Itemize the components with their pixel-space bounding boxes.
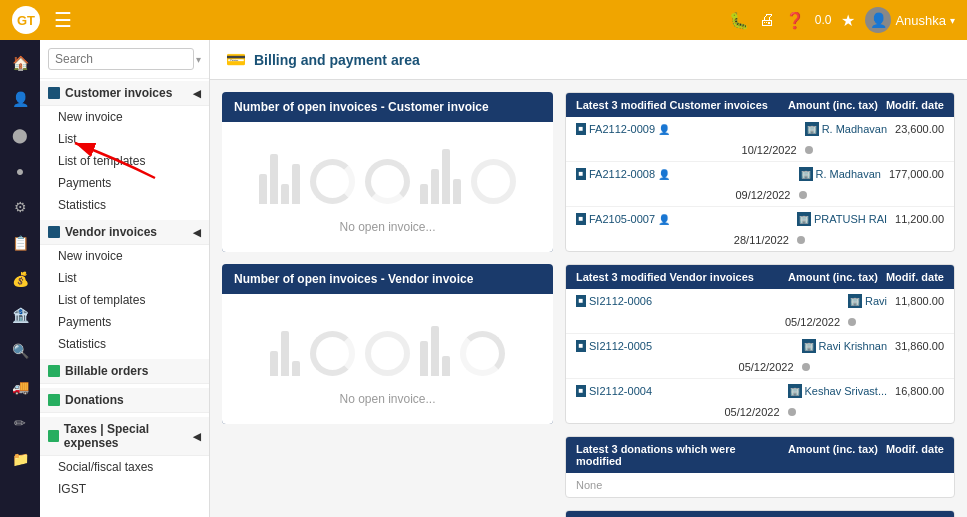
person-icon-1: 🏢 [799, 167, 813, 181]
star-icon[interactable]: ★ [841, 11, 855, 30]
rail-home-icon[interactable]: 🏠 [5, 48, 35, 78]
menu-toggle-icon[interactable]: ☰ [54, 8, 72, 32]
customer-invoice-link-0[interactable]: ■ FA2112-0009 👤 [576, 123, 797, 135]
rail-truck-icon[interactable]: 🚚 [5, 372, 35, 402]
donut-chart-1 [310, 159, 355, 204]
v-person-name-1: Ravi Krishnan [819, 340, 887, 352]
v-person-1: 🏢 Ravi Krishnan [802, 339, 887, 353]
main-content: 💳 Billing and payment area Number of ope… [210, 40, 967, 517]
sidebar-item-list-customer[interactable]: List [40, 128, 209, 150]
sidebar-section-header-billable[interactable]: Billable orders [40, 359, 209, 384]
rail-folder-icon[interactable]: 📁 [5, 444, 35, 474]
sidebar-section-header-vendor[interactable]: Vendor invoices ◀ [40, 220, 209, 245]
billable-orders-label: Billable orders [65, 364, 148, 378]
rail-edit-icon[interactable]: ✏ [5, 408, 35, 438]
rail-dot-icon[interactable]: ● [5, 156, 35, 186]
status-dot-1 [799, 191, 807, 199]
search-dropdown-icon[interactable]: ▾ [196, 54, 201, 65]
v-amount-0: 11,800.00 [895, 295, 944, 307]
bar-8 [453, 179, 461, 204]
v-bar-chart-1 [270, 316, 300, 376]
v-doc-icon-1: ■ [576, 340, 586, 352]
sidebar-item-payments-customer[interactable]: Payments [40, 172, 209, 194]
vendor-invoice-link-2[interactable]: ■ SI2112-0004 [576, 385, 780, 397]
main-header: 💳 Billing and payment area [210, 40, 967, 80]
sidebar-section-header-donations[interactable]: Donations [40, 388, 209, 413]
rail-billing-icon[interactable]: 💰 [5, 264, 35, 294]
sidebar-item-new-invoice-customer[interactable]: New invoice [40, 106, 209, 128]
sidebar-item-statistics-customer[interactable]: Statistics [40, 194, 209, 216]
user-badge-2: 👤 [658, 214, 670, 225]
customer-panel-title: Number of open invoices - Customer invoi… [222, 92, 553, 122]
customer-row-1: ■ FA2112-0008 👤 🏢 R. Madhavan 177,000.00… [566, 162, 954, 207]
date-1: 09/12/2022 [576, 189, 791, 201]
bar-4 [292, 164, 300, 204]
topbar-icons: 🐛 🖨 ❓ 0.0 ★ [729, 11, 856, 30]
latest-vendor-header: Latest 3 modified Vendor invoices Amount… [566, 265, 954, 289]
vendor-invoice-link-0[interactable]: ■ SI2112-0006 [576, 295, 840, 307]
latest-vendor-col3: Modif. date [886, 271, 944, 283]
search-input[interactable] [48, 48, 194, 70]
donations-col3: Modif. date [886, 443, 944, 467]
customer-invoice-link-2[interactable]: ■ FA2105-0007 👤 [576, 213, 789, 225]
invoice-num-2: FA2105-0007 [589, 213, 655, 225]
sidebar-item-list-vendor[interactable]: List [40, 267, 209, 289]
rail-user-icon[interactable]: 👤 [5, 84, 35, 114]
vendor-invoice-link-1[interactable]: ■ SI2112-0005 [576, 340, 794, 352]
latest-customer-title: Latest 3 modified Customer invoices [576, 99, 780, 111]
rail-bank-icon[interactable]: 🏦 [5, 300, 35, 330]
sidebar-item-payments-vendor[interactable]: Payments [40, 311, 209, 333]
sidebar-item-templates-customer[interactable]: List of templates [40, 150, 209, 172]
customer-row-0: ■ FA2112-0009 👤 🏢 R. Madhavan 23,600.00 … [566, 117, 954, 162]
rail-settings-icon[interactable]: ⚙ [5, 192, 35, 222]
bug-icon[interactable]: 🐛 [729, 11, 749, 30]
bar-7 [442, 149, 450, 204]
donations-section-icon [48, 394, 60, 406]
rail-list-icon[interactable]: 📋 [5, 228, 35, 258]
sidebar-section-header-customer[interactable]: Customer invoices ◀ [40, 81, 209, 106]
v-invoice-num-1: SI2112-0005 [589, 340, 652, 352]
sidebar-section-header-taxes[interactable]: Taxes | Special expenses ◀ [40, 417, 209, 456]
latest-vendor-panel: Latest 3 modified Vendor invoices Amount… [565, 264, 955, 424]
amount-2: 11,200.00 [895, 213, 944, 225]
v-bar-3 [292, 361, 300, 376]
doc-icon-1: ■ [576, 168, 586, 180]
sidebar-section-vendor-invoices: Vendor invoices ◀ New invoice List List … [40, 218, 209, 357]
rating-value: 0.0 [815, 13, 832, 27]
bar-chart-1 [259, 144, 300, 204]
social-taxes-panel: Social/fiscal taxes to pay Due date Amou… [565, 510, 955, 517]
latest-vendor-col2: Amount (inc. tax) [788, 271, 878, 283]
v-donut-2 [365, 331, 410, 376]
sidebar-item-templates-vendor[interactable]: List of templates [40, 289, 209, 311]
topbar: GT ☰ 🐛 🖨 ❓ 0.0 ★ 👤 Anushka ▾ [0, 0, 967, 40]
rail-circle-icon[interactable]: ⬤ [5, 120, 35, 150]
v-amount-2: 16,800.00 [895, 385, 944, 397]
user-menu-chevron: ▾ [950, 15, 955, 26]
donations-label: Donations [65, 393, 124, 407]
sidebar-section-customer-invoices: Customer invoices ◀ New invoice List Lis… [40, 79, 209, 218]
v-doc-icon-0: ■ [576, 295, 586, 307]
rail-search-icon[interactable]: 🔍 [5, 336, 35, 366]
v-person-icon-0: 🏢 [848, 294, 862, 308]
question-icon[interactable]: ❓ [785, 11, 805, 30]
sidebar-item-new-invoice-vendor[interactable]: New invoice [40, 245, 209, 267]
vendor-invoices-label: Vendor invoices [65, 225, 157, 239]
main-body: Number of open invoices - Customer invoi… [210, 80, 967, 517]
sidebar-item-statistics-vendor[interactable]: Statistics [40, 333, 209, 355]
v-bar-1 [270, 351, 278, 376]
customer-invoice-link-1[interactable]: ■ FA2112-0008 👤 [576, 168, 791, 180]
customer-invoices-label: Customer invoices [65, 86, 172, 100]
sidebar-item-igst[interactable]: IGST [40, 478, 209, 500]
latest-customer-col2: Amount (inc. tax) [788, 99, 878, 111]
sidebar-search-container: ▾ [40, 40, 209, 79]
user-menu[interactable]: 👤 Anushka ▾ [865, 7, 955, 33]
sidebar-item-social-fiscal[interactable]: Social/fiscal taxes [40, 456, 209, 478]
customer-charts [259, 132, 516, 212]
v-person-name-2: Keshav Srivast... [805, 385, 888, 397]
info-panels: Latest 3 modified Customer invoices Amou… [565, 92, 955, 517]
bar-3 [281, 184, 289, 204]
printer-icon[interactable]: 🖨 [759, 11, 775, 29]
v-date-0: 05/12/2022 [576, 316, 840, 328]
v-bar-5 [431, 326, 439, 376]
customer-panel-body: No open invoice... [222, 122, 553, 252]
